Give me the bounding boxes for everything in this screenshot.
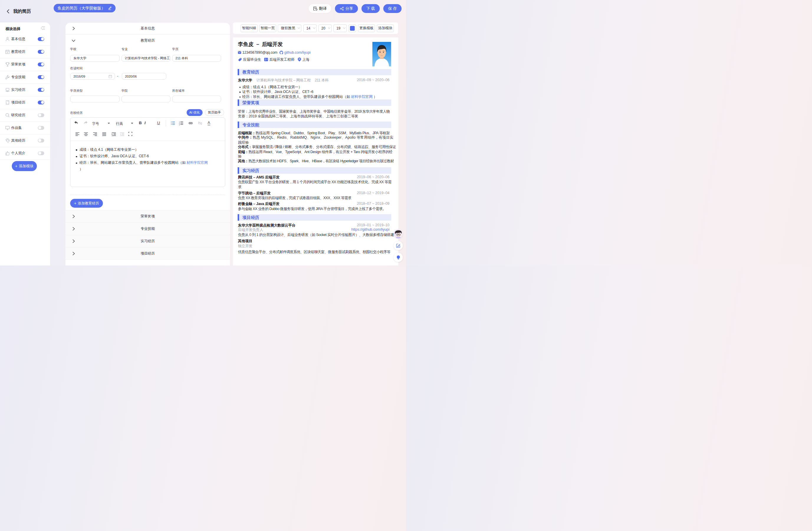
svg-text:3: 3 <box>179 124 180 125</box>
